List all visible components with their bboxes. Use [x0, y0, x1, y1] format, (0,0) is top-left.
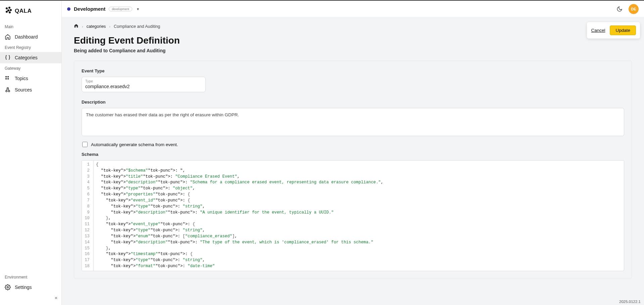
- breadcrumb: › categories › Compliance and Auditing: [74, 23, 632, 29]
- breadcrumb-categories[interactable]: categories: [87, 24, 106, 29]
- page-subtitle: Being added to Compliance and Auditing: [74, 48, 632, 53]
- action-card: Cancel Update: [587, 22, 640, 39]
- cancel-button[interactable]: Cancel: [591, 28, 605, 33]
- chevron-right-icon: ›: [82, 24, 83, 28]
- webhook-icon: [5, 87, 11, 93]
- home-icon: [74, 23, 79, 28]
- page-title: Editing Event Definition: [74, 35, 632, 46]
- brand-logo[interactable]: QALA: [0, 3, 61, 22]
- chevron-down-icon[interactable]: ▾: [137, 7, 139, 11]
- sidebar-item-label: Dashboard: [15, 34, 38, 40]
- sidebar-item-sources[interactable]: Sources: [0, 84, 61, 96]
- sidebar-section-registry-label: Event Registry: [0, 43, 61, 52]
- event-type-label: Event Type: [82, 68, 624, 73]
- home-icon: [5, 34, 11, 40]
- event-type-field-wrap[interactable]: Type: [82, 77, 206, 92]
- sidebar-item-dashboard[interactable]: Dashboard: [0, 31, 61, 43]
- svg-point-4: [6, 11, 8, 13]
- svg-point-3: [7, 9, 9, 11]
- update-button[interactable]: Update: [610, 25, 636, 35]
- svg-point-11: [8, 90, 10, 92]
- event-type-float-label: Type: [85, 79, 202, 83]
- svg-point-0: [6, 7, 8, 9]
- brand-name: QALA: [15, 8, 32, 14]
- svg-point-13: [7, 287, 9, 288]
- auto-schema-label: Automatically generate schema from event…: [91, 142, 178, 147]
- gear-icon: [5, 284, 11, 290]
- schema-label: Schema: [82, 152, 624, 157]
- schema-editor[interactable]: 123456789101112131415161718 { "tok-key">…: [82, 160, 624, 271]
- moon-icon: [616, 6, 623, 12]
- schema-gutter: 123456789101112131415161718: [82, 161, 93, 271]
- sidebar-item-label: Topics: [15, 76, 28, 81]
- auto-schema-row[interactable]: Automatically generate schema from event…: [82, 142, 624, 147]
- env-status-dot-icon: [67, 7, 70, 11]
- env-tag: development: [109, 7, 132, 11]
- sidebar-item-categories[interactable]: Categories: [0, 52, 61, 63]
- env-name[interactable]: Development: [74, 6, 105, 12]
- topbar: Development development ▾ DE: [62, 1, 644, 17]
- form-card: Event Type Type Description Automaticall…: [74, 61, 632, 279]
- svg-rect-7: [7, 76, 9, 77]
- version-label: 2025.0122.1: [619, 300, 641, 304]
- avatar[interactable]: DE: [629, 4, 639, 14]
- svg-rect-6: [5, 76, 7, 77]
- sidebar-section-env-label: Environment: [0, 272, 61, 282]
- grid-icon: [5, 75, 11, 81]
- brand-mark-icon: [5, 6, 13, 16]
- sidebar-item-label: Sources: [15, 87, 32, 93]
- svg-point-2: [10, 9, 12, 11]
- breadcrumb-current: Compliance and Auditing: [114, 24, 160, 29]
- description-input[interactable]: [82, 108, 624, 136]
- description-label: Description: [82, 100, 624, 105]
- sidebar: QALA Main Dashboard Event Registry Categ…: [0, 1, 62, 305]
- chevron-right-icon: ›: [109, 24, 110, 28]
- svg-rect-9: [7, 78, 9, 79]
- theme-toggle[interactable]: [616, 6, 623, 12]
- sidebar-section-main-label: Main: [0, 22, 61, 31]
- svg-point-5: [9, 11, 11, 13]
- main-column: Development development ▾ DE Cancel Upda…: [62, 1, 644, 305]
- chevrons-left-icon: «: [55, 295, 57, 300]
- schema-body[interactable]: { "tok-key">"$schema""tok-punc">: ", "to…: [93, 161, 624, 271]
- braces-icon: [5, 55, 11, 61]
- sidebar-item-label: Settings: [15, 285, 32, 290]
- sidebar-item-label: Categories: [15, 55, 38, 60]
- sidebar-section-gateway-label: Gateway: [0, 63, 61, 73]
- event-type-input[interactable]: [85, 84, 202, 89]
- content-area: Cancel Update › categories › Compliance …: [62, 17, 644, 305]
- svg-point-10: [6, 90, 7, 92]
- breadcrumb-home[interactable]: [74, 23, 79, 29]
- auto-schema-checkbox[interactable]: [82, 142, 88, 147]
- collapse-sidebar-button[interactable]: «: [0, 293, 61, 302]
- sidebar-item-settings[interactable]: Settings: [0, 282, 61, 293]
- sidebar-item-topics[interactable]: Topics: [0, 73, 61, 84]
- svg-rect-8: [5, 78, 7, 79]
- svg-point-1: [8, 7, 10, 9]
